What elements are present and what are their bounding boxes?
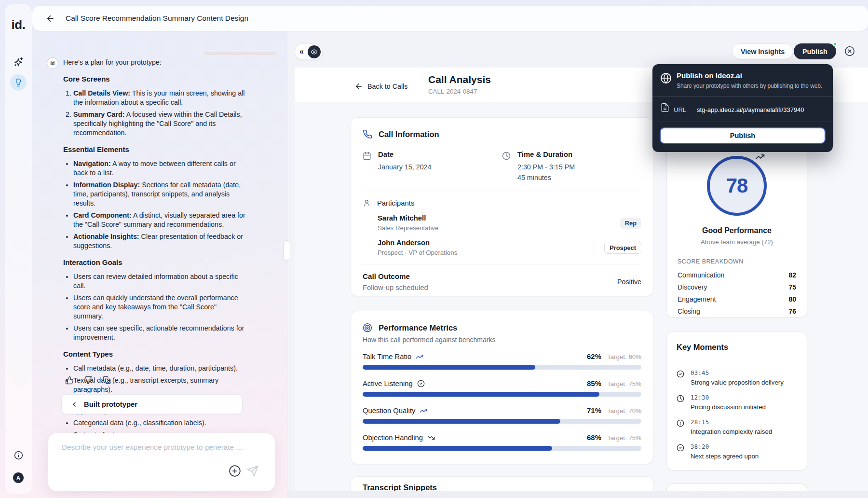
back-arrow-icon[interactable] bbox=[46, 14, 55, 23]
plan-section-heading: Interaction Goals bbox=[63, 258, 246, 267]
publish-button[interactable]: Publish bbox=[794, 43, 836, 59]
score-label: Good Performance bbox=[667, 226, 807, 235]
url-label: URL bbox=[674, 106, 686, 113]
metric-bar-track bbox=[363, 446, 641, 451]
metric-value: 68% bbox=[587, 433, 601, 442]
plan-list-item: Card Component: A distinct, visually sep… bbox=[73, 211, 246, 229]
participant-name: John Anderson bbox=[378, 239, 457, 247]
participant-row: Sarah MitchellSales RepresentativeRep bbox=[378, 214, 641, 232]
key-moments-card: Key Moments 03:45Strong value propositio… bbox=[666, 332, 807, 470]
breakdown-row: Engagement80 bbox=[678, 295, 796, 303]
prompt-input[interactable] bbox=[61, 440, 258, 455]
panel-resize-handle[interactable] bbox=[284, 240, 290, 261]
score-breakdown: SCORE BREAKDOWN Communication82Discovery… bbox=[667, 258, 807, 315]
metric-values: 68%Target: 75% bbox=[587, 433, 641, 442]
chat-scrollbar[interactable] bbox=[204, 52, 276, 55]
clock-icon bbox=[677, 395, 684, 411]
metric-header: Talk Time Ratio62%Target: 60% bbox=[363, 352, 641, 360]
plan-section-heading: Content Types bbox=[63, 349, 246, 359]
metric-values: 85%Target: 75% bbox=[587, 379, 641, 387]
plan-list-item: Summary Card: A focused view within the … bbox=[73, 110, 246, 138]
publish-popover: Publish on Ideoz.ai Share your prototype… bbox=[652, 64, 833, 152]
key-moment-time: 03:45 bbox=[691, 370, 784, 376]
call-information-heading: Call Information bbox=[379, 130, 439, 139]
thumbs-down-icon[interactable] bbox=[84, 376, 93, 385]
time-value: 2:30 PM - 3:15 PM bbox=[517, 162, 575, 172]
built-prototyper-label: Built prototyper bbox=[84, 401, 137, 408]
performance-metrics-heading: Performance Metrics bbox=[379, 323, 457, 332]
breakdown-value: 82 bbox=[788, 271, 796, 279]
breakdown-label: Engagement bbox=[678, 295, 716, 303]
trend-up-icon bbox=[416, 353, 423, 360]
close-icon[interactable] bbox=[844, 46, 855, 56]
metric-label: Objection Handling bbox=[363, 434, 423, 442]
thumbs-up-icon[interactable] bbox=[65, 376, 74, 385]
metric-value: 62% bbox=[587, 352, 601, 360]
eye-icon[interactable] bbox=[308, 45, 321, 58]
phone-icon bbox=[363, 129, 372, 139]
app-root: id. A Call Score Recommendation Summary … bbox=[0, 0, 868, 498]
metric-bar-fill bbox=[363, 392, 599, 397]
collapse-panel-icon[interactable]: « bbox=[299, 48, 304, 55]
trend-up-icon bbox=[420, 407, 427, 415]
metric-value: 71% bbox=[587, 406, 601, 415]
copy-icon[interactable] bbox=[103, 376, 111, 385]
nav-rail: id. A bbox=[5, 4, 32, 494]
plan-list-item: Actionable Insights: Clear presentation … bbox=[73, 232, 246, 250]
back-to-calls-link[interactable]: Back to Calls bbox=[367, 83, 407, 90]
breakdown-value: 80 bbox=[788, 295, 796, 303]
prompt-input-card[interactable] bbox=[48, 433, 275, 491]
calendar-icon bbox=[363, 152, 371, 183]
key-moment-text: Integration complexity raised bbox=[691, 428, 772, 435]
metric-values: 71%Target: 70% bbox=[587, 406, 641, 415]
publish-confirm-button[interactable]: Publish bbox=[660, 127, 826, 144]
bottom-band bbox=[287, 491, 868, 498]
send-icon[interactable] bbox=[247, 465, 258, 477]
call-information-card: Call Information Date January 15, 2024 T… bbox=[351, 117, 653, 296]
score-circle: 78 bbox=[707, 156, 767, 216]
metric-bar-fill bbox=[363, 446, 552, 451]
metric-header: Active Listening85%Target: 75% bbox=[363, 379, 641, 387]
back-arrow-icon[interactable] bbox=[354, 82, 363, 91]
participant-info: Sarah MitchellSales Representative bbox=[378, 214, 438, 232]
view-insights-button[interactable]: View Insights bbox=[732, 43, 793, 59]
metric-label: Talk Time Ratio bbox=[363, 353, 411, 360]
assistant-avatar: id bbox=[47, 57, 58, 69]
app-logo[interactable]: id. bbox=[5, 17, 32, 32]
lightbulb-icon[interactable] bbox=[10, 74, 27, 91]
metric-value: 85% bbox=[587, 379, 601, 387]
plan-section-heading: Core Screens bbox=[63, 74, 246, 83]
check-icon bbox=[417, 380, 425, 387]
key-moment-body: 28:15Integration complexity raised bbox=[691, 419, 772, 435]
key-moments-list: 03:45Strong value proposition delivery12… bbox=[677, 370, 797, 460]
metric-bar-track bbox=[363, 392, 641, 397]
key-moment-time: 38:20 bbox=[691, 443, 759, 450]
chevron-left-icon bbox=[70, 401, 78, 408]
plan-list-item: Users can see specific, actionable recom… bbox=[73, 324, 246, 342]
breakdown-value: 75 bbox=[788, 283, 796, 291]
metric-row: Active Listening85%Target: 75% bbox=[363, 379, 641, 397]
assistant-message: Here's a plan for your prototype: Core S… bbox=[63, 58, 246, 443]
participant-role: Sales Representative bbox=[378, 224, 438, 232]
metric-row: Question Quality71%Target: 70% bbox=[363, 406, 641, 424]
score-breakdown-list: Communication82Discovery75Engagement80Cl… bbox=[678, 271, 796, 315]
metric-target: Target: 75% bbox=[607, 380, 641, 387]
metric-row: Objection Handling68%Target: 75% bbox=[363, 433, 641, 451]
user-avatar[interactable]: A bbox=[13, 472, 24, 483]
info-icon[interactable] bbox=[10, 447, 27, 463]
metric-row: Talk Time Ratio62%Target: 60% bbox=[363, 352, 641, 370]
metric-bar-track bbox=[363, 365, 641, 370]
plan-sections: Core ScreensCall Details View: This is y… bbox=[63, 74, 246, 440]
score-value: 78 bbox=[726, 174, 748, 197]
metric-bar-fill bbox=[363, 419, 560, 424]
publish-status-dot bbox=[833, 42, 837, 46]
plan-list-item: Call Details View: This is your main scr… bbox=[73, 89, 246, 107]
plus-circle-icon[interactable] bbox=[229, 465, 241, 477]
breakdown-row: Closing76 bbox=[678, 307, 796, 315]
url-value[interactable]: stg-app.ideoz.ai/p/aymanelafifi/337940 bbox=[697, 106, 804, 113]
sparkles-icon[interactable] bbox=[10, 54, 27, 70]
built-prototyper-button[interactable]: Built prototyper bbox=[61, 394, 243, 414]
publish-button-label: Publish bbox=[802, 48, 827, 55]
key-moment-body: 03:45Strong value proposition delivery bbox=[691, 370, 784, 386]
target-icon bbox=[363, 323, 372, 332]
